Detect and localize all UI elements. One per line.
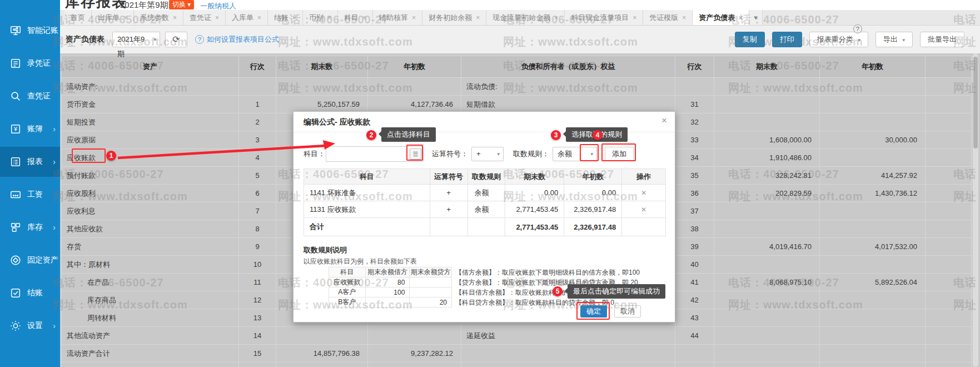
operator-select[interactable]: + ▾: [471, 147, 504, 161]
operator-field-label: 运算符号：: [432, 149, 468, 159]
sidebar-item-label: 设置: [27, 321, 43, 331]
tab[interactable]: 查凭证 ×: [183, 10, 226, 25]
liability-ending-balance: [714, 113, 820, 131]
asset-beginning-balance: [368, 78, 461, 96]
tab[interactable]: 结账 ×: [268, 10, 303, 25]
delete-row-icon[interactable]: ✕: [622, 185, 666, 201]
tab-close-icon[interactable]: ×: [123, 14, 127, 22]
asset-ending-balance: [276, 327, 368, 345]
sidebar-item-ledger[interactable]: ¥ 账簿 ›: [0, 114, 60, 144]
asset-beginning-balance: [368, 363, 461, 367]
sidebar-item-voucher-entry[interactable]: 录凭证: [0, 48, 60, 78]
sidebar-item-closing[interactable]: 结账: [0, 278, 60, 308]
sidebar-item-inventory[interactable]: 库存 ›: [0, 212, 60, 242]
subject-picker-icon[interactable]: ☰: [410, 148, 421, 160]
liability-row-no: [675, 78, 714, 96]
liability-ending-balance: 202,829.59: [714, 185, 820, 202]
switch-period-badge[interactable]: 切换 ▾: [169, 0, 194, 9]
asset-item-label: 在产品: [87, 277, 109, 287]
liability-row-no: 41: [675, 274, 714, 291]
sidebar-item-reports[interactable]: 报表 ›: [0, 147, 60, 177]
total-ending-balance: 2,771,453.45: [505, 218, 564, 236]
tab[interactable]: 出库单 ×: [92, 10, 134, 25]
scrollbar-thumb[interactable]: [973, 57, 978, 148]
vertical-scrollbar[interactable]: [973, 53, 978, 367]
tab-close-icon[interactable]: ×: [292, 14, 296, 22]
liability-ending-balance: [714, 220, 820, 238]
sidebar-item-smart-accounting[interactable]: 智能记账: [0, 16, 60, 46]
tab-close-icon[interactable]: ×: [682, 14, 686, 22]
tab[interactable]: 凭证模版 ×: [643, 10, 693, 25]
tab[interactable]: 资产负债表 ×: [693, 10, 749, 25]
tab-close-icon[interactable]: ×: [739, 14, 743, 22]
asset-item-label: 其中：原材料: [67, 260, 110, 270]
liability-beginning-balance: 4,017,532.00: [820, 238, 926, 256]
export-button[interactable]: 导出 ▾: [875, 32, 913, 47]
tab-close-icon[interactable]: ×: [633, 14, 636, 22]
tab-close-icon[interactable]: ×: [412, 14, 416, 22]
liability-row-no: 44: [675, 327, 714, 345]
cancel-button[interactable]: 取消: [614, 305, 641, 318]
liability-ending-balance: 4,019,416.70: [714, 238, 820, 256]
sidebar-item-label: 报表: [27, 157, 43, 167]
tab[interactable]: 币别 ×: [303, 10, 338, 25]
batch-export-button[interactable]: 批量导出: [920, 32, 964, 47]
liability-beginning-balance: [820, 202, 926, 220]
closing-check-icon: [9, 287, 22, 299]
refresh-button[interactable]: ⟳: [165, 32, 187, 47]
chevron-right-icon: ›: [53, 223, 56, 232]
period-select[interactable]: 2021年9期 ▾: [112, 32, 160, 47]
asset-beginning-balance: [368, 327, 461, 345]
tab[interactable]: 首页: [64, 10, 92, 25]
example-credit: [410, 277, 452, 287]
formula-help-link[interactable]: ? 如何设置报表项目公式: [195, 34, 279, 44]
tab[interactable]: 科目现金流量项目 ×: [565, 10, 643, 25]
liability-row-no: 43: [675, 309, 714, 327]
tab[interactable]: 财务初始余额 ×: [422, 10, 486, 25]
reclassify-button[interactable]: ? 报表重分类 ▾: [809, 32, 868, 47]
table-row[interactable]: 流动资产合计 15 14,857,796.38 9,237,282.12: [61, 345, 972, 363]
help-link-label: 如何设置报表项目公式: [207, 34, 279, 44]
liability-beginning-balance: [820, 363, 926, 367]
tab[interactable]: 现金流量初始金额 ×: [486, 10, 565, 25]
chevron-down-icon: ▾: [497, 147, 500, 161]
table-row[interactable]: 流动资产: 流动负债:: [61, 78, 972, 96]
tab[interactable]: 系统参数 ×: [134, 10, 183, 25]
asset-row-no: 12: [239, 291, 276, 309]
tab[interactable]: 科目 ×: [338, 10, 373, 25]
taxpayer-type-link[interactable]: 一般纳税人: [200, 1, 236, 10]
sidebar-item-settings[interactable]: 设置 ›: [0, 311, 60, 341]
tab-label: 资产负债表: [699, 13, 735, 23]
tab-close-icon[interactable]: ×: [173, 14, 177, 22]
sidebar-item-voucher-search[interactable]: 查凭证: [0, 81, 60, 111]
tab-label: 科目现金流量项目: [571, 13, 629, 23]
tab-close-icon[interactable]: ×: [257, 14, 261, 22]
asset-row-no: 3: [239, 131, 276, 149]
delete-row-icon[interactable]: ✕: [622, 201, 666, 218]
column-header: 期末数: [276, 56, 368, 78]
sidebar-item-salary[interactable]: 工资: [0, 180, 60, 210]
table-row[interactable]: 其他流动资产 14 递延收益 44: [61, 327, 972, 345]
copy-button-label: 复制: [743, 35, 757, 43]
question-circle-icon: ?: [853, 24, 862, 33]
add-button[interactable]: 添加: [605, 147, 634, 161]
tab[interactable]: 辅助核算 ×: [373, 10, 422, 25]
table-row[interactable]: [61, 363, 972, 367]
tab[interactable]: 入库单 ×: [226, 10, 268, 25]
tab-close-icon[interactable]: ×: [327, 14, 331, 22]
tab-close-icon[interactable]: ×: [215, 14, 219, 22]
tab-overflow-caret[interactable]: ▾: [749, 10, 763, 25]
subject-input[interactable]: [326, 146, 424, 162]
confirm-button[interactable]: 确定: [580, 305, 607, 318]
copy-button[interactable]: 复制: [735, 32, 765, 47]
tab-close-icon[interactable]: ×: [476, 14, 480, 22]
tab-close-icon[interactable]: ×: [362, 14, 366, 22]
print-button[interactable]: 打印: [772, 32, 802, 47]
sidebar-item-fixed-assets[interactable]: 固定资产: [0, 245, 60, 275]
dialog-close-icon[interactable]: ×: [661, 115, 667, 126]
total-label: 合计: [304, 218, 430, 236]
tab-close-icon[interactable]: ×: [554, 14, 558, 22]
formula-subject-row: 1141 坏账准备 + 余额 0.00 0.00 ✕: [304, 185, 666, 201]
rule-select[interactable]: 余额 ▾: [553, 147, 597, 161]
column-header: 科目: [304, 169, 430, 185]
